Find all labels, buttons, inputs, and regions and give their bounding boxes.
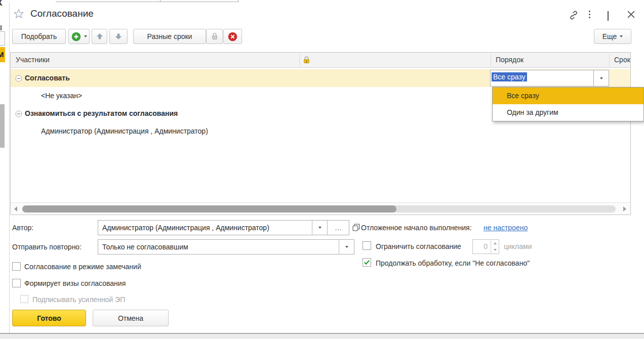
cancel-button[interactable]: Отмена	[93, 310, 169, 326]
dropdown-option[interactable]: Все сразу	[493, 88, 643, 104]
participants-table: Участники Порядок Срок Согласовать Все с…	[10, 52, 631, 215]
comments-mode-label: Согласование в режиме замечаний	[24, 263, 141, 271]
close-icon[interactable]	[627, 10, 635, 21]
author-value: Администратор (Администрация , Администр…	[102, 221, 269, 235]
term-cell[interactable]	[609, 70, 631, 87]
resend-label: Отправить повторно:	[12, 243, 82, 251]
chevron-down-icon	[600, 77, 603, 79]
more-menu-icon[interactable]	[589, 11, 590, 18]
order-dropdown-popup: Все сразу Один за другим	[492, 87, 644, 121]
row-label: <Не указан>	[41, 87, 82, 105]
visas-checkbox[interactable]	[12, 279, 21, 287]
background-tab-tick	[160, 0, 160, 2]
row-label: Администратор (Администрация , Администр…	[41, 122, 208, 140]
resend-dropdown-button[interactable]	[339, 240, 354, 254]
chevron-down-icon	[84, 35, 87, 37]
table-header: Участники Порядок Срок	[11, 53, 630, 68]
add-button[interactable]	[68, 29, 90, 44]
cycles-suffix-label: циклами	[504, 242, 532, 250]
arrow-up-icon	[96, 32, 104, 40]
deferred-start-link[interactable]: не настроено	[484, 224, 528, 232]
continue-label: Продолжать обработку, если "Не согласова…	[376, 259, 530, 267]
link-icon[interactable]	[568, 10, 579, 22]
visas-label: Формирует визы согласования	[24, 279, 126, 287]
column-participants[interactable]: Участники	[16, 53, 50, 67]
lock-icon	[211, 32, 219, 40]
delete-button[interactable]	[223, 29, 242, 44]
background-tab-line	[56, 2, 239, 2]
resend-select[interactable]: Только не согласовавшим	[98, 239, 354, 255]
lock-button[interactable]	[206, 29, 223, 44]
desktop-background	[0, 333, 644, 339]
author-choose-button[interactable]: …	[327, 221, 349, 235]
pick-button[interactable]: Подобрать	[12, 29, 66, 44]
background-tab-tick	[238, 0, 238, 2]
stepper-up-icon[interactable]	[491, 240, 499, 247]
move-down-button[interactable]	[109, 29, 128, 44]
collapse-icon[interactable]	[15, 75, 22, 83]
author-dropdown-button[interactable]	[312, 221, 327, 235]
column-term[interactable]: Срок	[614, 53, 630, 67]
comments-mode-checkbox[interactable]	[12, 262, 21, 271]
background-scrollbar-fragment	[0, 104, 5, 148]
arrow-down-icon	[114, 32, 123, 40]
different-terms-button[interactable]: Разные сроки	[133, 29, 206, 44]
scrollbar-thumb[interactable]	[22, 205, 396, 213]
screen: К М Согласование Подобрать	[0, 0, 644, 339]
add-icon	[71, 32, 81, 41]
deferred-start-label: Отложенное начало выполнения:	[361, 224, 472, 232]
chevron-down-icon	[345, 246, 348, 248]
sign-label: Подписывать усиленной ЭП	[32, 295, 125, 304]
author-field[interactable]: Администратор (Администрация , Администр…	[98, 220, 349, 235]
dropdown-option[interactable]: Один за другим	[493, 104, 643, 121]
maximize-icon[interactable]	[608, 12, 609, 21]
open-item-icon[interactable]	[352, 223, 360, 234]
scroll-left-icon[interactable]	[14, 206, 17, 211]
background-letter-fragment: К	[0, 0, 7, 8]
author-label: Автор:	[12, 224, 33, 232]
chevron-down-icon	[620, 35, 623, 37]
limit-checkbox[interactable]	[363, 241, 371, 250]
continue-checkbox[interactable]	[363, 258, 371, 267]
background-menu-fragment: М	[0, 47, 5, 62]
delete-icon	[228, 32, 237, 41]
row-label: Ознакомиться с результатом согласования	[25, 105, 178, 122]
move-up-button[interactable]	[92, 29, 107, 44]
chevron-down-icon	[318, 227, 321, 229]
more-button[interactable]: Еще	[594, 29, 631, 44]
table-row[interactable]: Администратор (Администрация , Администр…	[11, 122, 630, 140]
row-label: Согласовать	[25, 69, 70, 87]
collapse-icon[interactable]	[15, 110, 22, 119]
scroll-right-icon[interactable]	[623, 206, 626, 211]
order-combo-input[interactable]: Все сразу	[490, 70, 594, 87]
background-fragment	[0, 25, 2, 30]
cycles-stepper[interactable]: 0	[472, 239, 499, 254]
resend-value: Только не согласовавшим	[102, 240, 188, 254]
table-row[interactable]: Согласовать Все сразу	[11, 69, 630, 87]
stepper-buttons[interactable]	[491, 240, 499, 253]
order-combo-arrow[interactable]	[593, 70, 609, 87]
stepper-down-icon[interactable]	[491, 247, 499, 254]
favorite-star-icon[interactable]	[13, 8, 24, 19]
limit-label: Ограничить согласование	[376, 242, 461, 250]
sign-checkbox	[20, 295, 28, 303]
done-button[interactable]: Готово	[12, 310, 86, 326]
lock-column-icon[interactable]	[302, 56, 311, 66]
horizontal-scrollbar[interactable]	[11, 202, 630, 215]
background-fragment	[0, 31, 5, 46]
page-title: Согласование	[30, 8, 94, 19]
order-combo-value: Все сразу	[492, 72, 527, 81]
column-order[interactable]: Порядок	[496, 53, 524, 67]
cycles-value: 0	[484, 240, 488, 253]
